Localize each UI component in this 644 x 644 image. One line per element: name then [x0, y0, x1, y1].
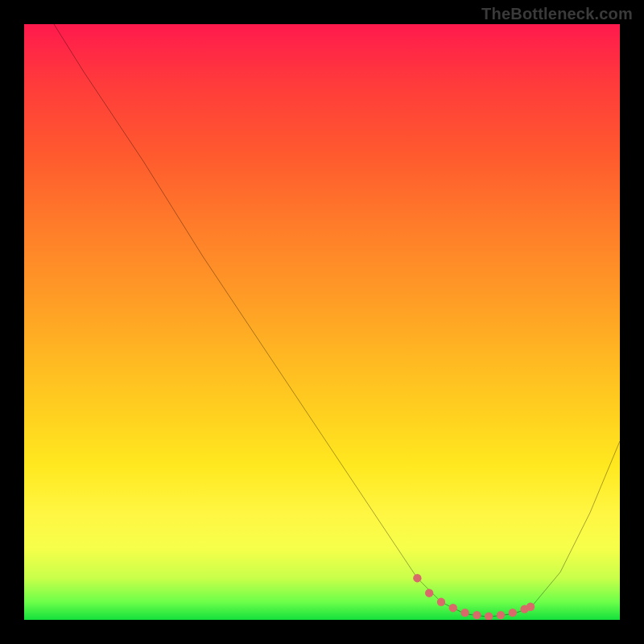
valley-marker	[485, 612, 493, 620]
valley-marker	[497, 611, 505, 619]
plot-area	[24, 24, 620, 620]
valley-marker	[425, 589, 433, 597]
valley-marker	[449, 604, 457, 612]
watermark-label: TheBottleneck.com	[481, 5, 633, 23]
chart-container: TheBottleneck.com	[0, 0, 644, 644]
valley-markers	[413, 574, 535, 620]
bottleneck-curve	[54, 24, 620, 617]
valley-marker	[437, 598, 445, 606]
valley-marker	[460, 609, 469, 617]
chart-svg	[24, 24, 620, 620]
valley-marker	[509, 609, 517, 617]
valley-marker	[413, 574, 421, 582]
valley-marker	[473, 611, 481, 619]
valley-marker	[526, 603, 535, 611]
